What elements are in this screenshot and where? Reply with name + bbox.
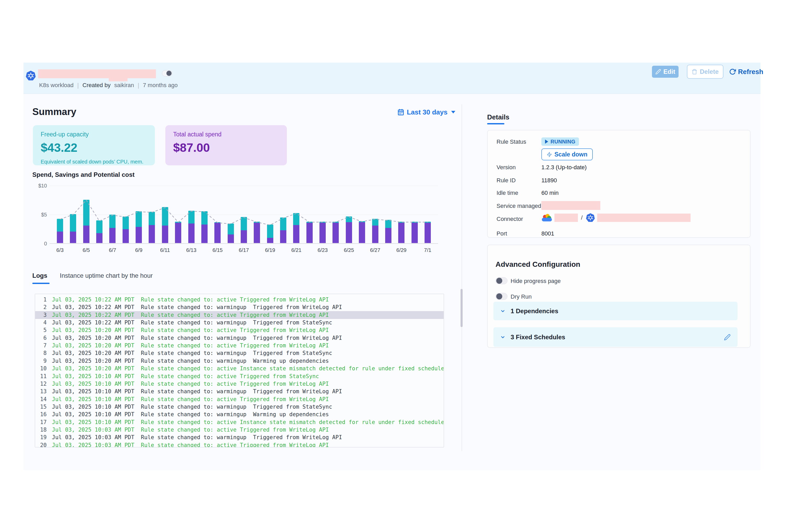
bar-segment-savings [188, 211, 194, 224]
chart-bar[interactable] [241, 177, 247, 243]
log-line-number: 10 [35, 365, 47, 373]
log-line-number: 20 [35, 441, 47, 448]
log-row[interactable]: 9Jul 03, 2025 10:20 AM PDT Rule state ch… [35, 357, 443, 365]
log-line-number: 17 [35, 418, 47, 426]
divider: | [77, 82, 79, 89]
dependencies-accordion[interactable]: 1 Dependencies [493, 302, 738, 320]
chart-bar[interactable] [136, 177, 142, 243]
tab-logs[interactable]: Logs [32, 272, 47, 279]
chart-bar[interactable] [149, 177, 155, 243]
chart-bar[interactable] [424, 177, 431, 243]
hide-progress-toggle[interactable] [495, 277, 508, 284]
log-row[interactable]: 14Jul 03, 2025 10:10 AM PDT Rule state c… [35, 395, 443, 403]
chart-bar[interactable] [320, 177, 326, 243]
scrollbar-thumb[interactable] [460, 289, 463, 327]
connector-project-redacted [554, 214, 578, 222]
chart-bar[interactable] [254, 177, 260, 243]
log-row[interactable]: 8Jul 03, 2025 10:20 AM PDT Rule state ch… [35, 349, 443, 357]
refresh-icon [729, 68, 736, 75]
chart-bar[interactable] [162, 177, 168, 243]
log-row[interactable]: 10Jul 03, 2025 10:20 AM PDT Rule state c… [35, 365, 443, 373]
tab-details[interactable]: Details [487, 113, 509, 121]
log-message: Jul 03, 2025 10:10 AM PDT Rule state cha… [52, 411, 329, 418]
chart-bar[interactable] [412, 177, 418, 243]
log-row[interactable]: 13Jul 03, 2025 10:10 AM PDT Rule state c… [35, 387, 443, 395]
log-message: Jul 03, 2025 10:20 AM PDT Rule state cha… [52, 357, 329, 365]
edit-schedules-pencil-icon[interactable] [724, 334, 731, 341]
rule-status-value: RUNNING [551, 139, 575, 145]
x-tick-label: 6/27 [366, 247, 384, 253]
delete-button[interactable]: Delete [687, 65, 723, 79]
log-row[interactable]: 7Jul 03, 2025 10:20 AM PDT Rule state ch… [35, 342, 443, 349]
x-tick-label: 6/9 [130, 247, 148, 253]
connector-value: / [542, 212, 690, 223]
workload-state-toggle[interactable] [162, 70, 172, 76]
log-row[interactable]: 15Jul 03, 2025 10:10 AM PDT Rule state c… [35, 403, 443, 411]
chart-bar[interactable] [70, 177, 76, 243]
total-spend-value: $87.00 [173, 140, 279, 155]
chart-bar[interactable] [385, 177, 392, 243]
log-row[interactable]: 1Jul 03, 2025 10:22 AM PDT Rule state ch… [35, 296, 443, 304]
fixed-schedules-accordion[interactable]: 3 Fixed Schedules [493, 327, 738, 347]
scale-down-button[interactable]: Scale down [542, 148, 593, 160]
log-line-number: 9 [35, 357, 47, 365]
rule-id-label: Rule ID [496, 177, 516, 184]
chart-bar[interactable] [293, 177, 299, 243]
log-row[interactable]: 2Jul 03, 2025 10:22 AM PDT Rule state ch… [35, 303, 443, 311]
bar-segment-savings [109, 215, 116, 228]
chart-bar[interactable] [306, 177, 313, 243]
dry-run-toggle[interactable] [495, 293, 508, 300]
chart-bar[interactable] [175, 177, 181, 243]
log-row[interactable]: 4Jul 03, 2025 10:22 AM PDT Rule state ch… [35, 319, 443, 326]
tab-instance-uptime[interactable]: Instance uptime chart by the hour [60, 272, 153, 279]
log-row[interactable]: 12Jul 03, 2025 10:10 AM PDT Rule state c… [35, 380, 443, 388]
edit-button[interactable]: Edit [652, 66, 679, 78]
hide-progress-label: Hide progress page [511, 278, 561, 285]
bar-segment-spend [241, 230, 247, 243]
bar-segment-savings [398, 222, 404, 223]
chevron-down-icon [500, 335, 506, 340]
bar-segment-savings [162, 207, 168, 226]
bar-segment-spend [320, 223, 326, 243]
chart-bar[interactable] [267, 177, 273, 243]
log-line-number: 1 [35, 296, 47, 304]
refresh-button[interactable]: Refresh [729, 66, 763, 77]
date-range-selector[interactable]: Last 30 days [390, 108, 455, 117]
chart-bar[interactable] [346, 177, 352, 243]
scale-down-label: Scale down [554, 151, 588, 158]
log-row[interactable]: 16Jul 03, 2025 10:10 AM PDT Rule state c… [35, 411, 443, 418]
logs-panel[interactable]: 1Jul 03, 2025 10:22 AM PDT Rule state ch… [35, 293, 444, 448]
port-label: Port [496, 230, 507, 237]
log-row[interactable]: 19Jul 03, 2025 10:03 AM PDT Rule state c… [35, 433, 443, 441]
log-row[interactable]: 11Jul 03, 2025 10:10 AM PDT Rule state c… [35, 373, 443, 380]
chart-bar[interactable] [96, 177, 102, 243]
chart-bar[interactable] [122, 177, 129, 243]
chart-bar[interactable] [214, 177, 221, 243]
log-message: Jul 03, 2025 10:22 AM PDT Rule state cha… [52, 303, 342, 311]
x-tick-label: 6/5 [77, 247, 95, 253]
log-row[interactable]: 5Jul 03, 2025 10:20 AM PDT Rule state ch… [35, 326, 443, 334]
bar-segment-spend [228, 234, 234, 243]
log-row[interactable]: 6Jul 03, 2025 10:20 AM PDT Rule state ch… [35, 334, 443, 342]
chart-bar[interactable] [83, 177, 90, 243]
bar-segment-savings [267, 225, 273, 238]
chart-bar[interactable] [280, 177, 286, 243]
version-label: Version [496, 164, 516, 171]
log-message: Jul 03, 2025 10:10 AM PDT Rule state cha… [52, 373, 319, 380]
log-line-number: 14 [35, 395, 47, 403]
log-row[interactable]: 3Jul 03, 2025 10:22 AM PDT Rule state ch… [35, 311, 443, 319]
port-value: 8001 [542, 230, 554, 237]
chart-bar[interactable] [201, 177, 208, 243]
log-row[interactable]: 17Jul 03, 2025 10:10 AM PDT Rule state c… [35, 418, 443, 426]
chart-bar[interactable] [359, 177, 365, 243]
log-row[interactable]: 20Jul 03, 2025 10:03 AM PDT Rule state c… [35, 441, 443, 448]
chart-bar[interactable] [188, 177, 194, 243]
chart-bar[interactable] [228, 177, 234, 243]
chart-bar[interactable] [398, 177, 404, 243]
log-row[interactable]: 18Jul 03, 2025 10:03 AM PDT Rule state c… [35, 426, 443, 434]
x-tick-label: 6/25 [340, 247, 358, 253]
chart-bar[interactable] [57, 177, 63, 243]
chart-bar[interactable] [332, 177, 339, 243]
chart-bar[interactable] [372, 177, 378, 243]
chart-bar[interactable] [109, 177, 116, 243]
